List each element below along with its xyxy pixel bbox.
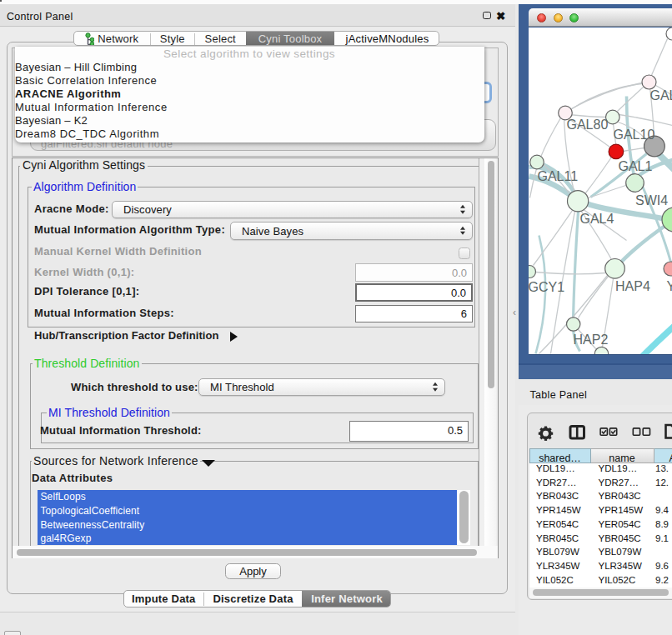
svg-text:HAP2: HAP2 (573, 332, 608, 346)
svg-text:GAL10: GAL10 (613, 128, 654, 142)
svg-text:GAL: GAL (649, 88, 672, 102)
svg-text:GAL1: GAL1 (618, 158, 652, 172)
svg-text:GAL80: GAL80 (566, 118, 608, 132)
svg-text:HAP4: HAP4 (615, 279, 650, 293)
svg-text:GAL4: GAL4 (579, 212, 614, 226)
svg-text:GAL11: GAL11 (537, 169, 578, 183)
svg-text:Y: Y (666, 279, 672, 293)
svg-text:SWI4: SWI4 (635, 192, 668, 207)
svg-text:GCY1: GCY1 (529, 279, 564, 293)
